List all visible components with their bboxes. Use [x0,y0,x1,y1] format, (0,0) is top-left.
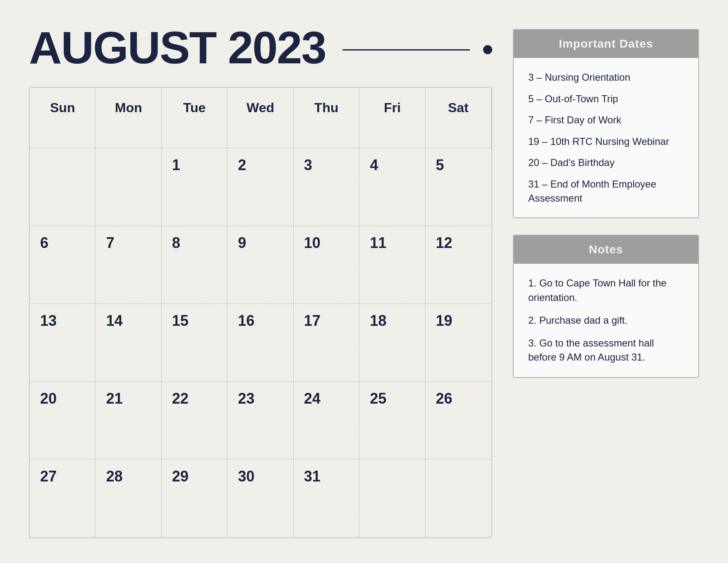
important-date-1: 3 – Nursing Orientation [528,70,684,84]
day-cell-9: 9 [228,226,293,304]
note-2: 2. Purchase dad a gift. [528,313,684,328]
day-cell-2: 2 [228,148,293,226]
important-date-6: 31 – End of Month Employee Assessment [528,177,684,205]
day-cell-16: 16 [228,304,293,382]
notes-header: Notes [514,236,698,264]
notes-panel: Notes 1. Go to Cape Town Hall for the or… [513,235,699,378]
day-cell-empty-4 [426,460,491,537]
day-header-fri: Fri [359,88,425,148]
day-cell-26: 26 [426,382,491,460]
day-cell-18: 18 [359,304,425,382]
calendar-grid: Sun Mon Tue Wed Thu Fri Sat 1 2 3 4 5 6 … [30,88,491,537]
day-cell-17: 17 [294,304,359,382]
day-cell-7: 7 [96,226,161,304]
day-cell-empty-3 [359,460,425,537]
day-cell-29: 29 [162,460,228,537]
day-cell-4: 4 [359,148,425,226]
important-date-3: 7 – First Day of Work [528,113,684,127]
note-1: 1. Go to Cape Town Hall for the orientat… [528,276,684,305]
day-cell-empty-1 [30,148,96,226]
right-section: Important Dates 3 – Nursing Orientation … [513,25,699,538]
day-cell-11: 11 [359,226,425,304]
notes-body: 1. Go to Cape Town Hall for the orientat… [514,264,698,377]
day-cell-8: 8 [162,226,228,304]
page-title: AUGUST 2023 [29,25,326,70]
important-date-5: 20 – Dad's Birthday [528,156,684,170]
day-cell-5: 5 [426,148,491,226]
day-cell-10: 10 [294,226,359,304]
day-cell-20: 20 [30,382,96,460]
day-cell-14: 14 [96,304,161,382]
day-cell-27: 27 [30,460,96,537]
day-cell-3: 3 [294,148,359,226]
day-cell-31: 31 [294,460,359,537]
day-cell-25: 25 [359,382,425,460]
day-cell-19: 19 [426,304,491,382]
day-header-mon: Mon [96,88,161,148]
day-cell-1: 1 [162,148,228,226]
day-cell-empty-2 [96,148,161,226]
important-dates-body: 3 – Nursing Orientation 5 – Out-of-Town … [514,58,698,217]
day-header-tue: Tue [162,88,228,148]
day-cell-23: 23 [228,382,293,460]
day-cell-28: 28 [96,460,161,537]
important-date-2: 5 – Out-of-Town Trip [528,92,684,106]
page-container: AUGUST 2023 Sun Mon Tue Wed Thu Fri Sat … [0,0,728,563]
day-header-wed: Wed [228,88,293,148]
day-header-sun: Sun [30,88,96,148]
day-cell-30: 30 [228,460,293,537]
calendar-container: Sun Mon Tue Wed Thu Fri Sat 1 2 3 4 5 6 … [29,87,492,538]
day-cell-15: 15 [162,304,228,382]
important-dates-header: Important Dates [514,30,698,58]
left-section: AUGUST 2023 Sun Mon Tue Wed Thu Fri Sat … [29,25,492,538]
header-row: AUGUST 2023 [29,25,492,70]
day-header-thu: Thu [294,88,359,148]
important-date-4: 19 – 10th RTC Nursing Webinar [528,135,684,149]
day-cell-13: 13 [30,304,96,382]
day-cell-22: 22 [162,382,228,460]
day-cell-12: 12 [426,226,491,304]
important-dates-panel: Important Dates 3 – Nursing Orientation … [513,29,699,218]
note-3: 3. Go to the assessment hall before 9 AM… [528,336,684,365]
day-cell-6: 6 [30,226,96,304]
day-header-sat: Sat [426,88,491,148]
header-line [342,49,492,51]
day-cell-24: 24 [294,382,359,460]
day-cell-21: 21 [96,382,161,460]
